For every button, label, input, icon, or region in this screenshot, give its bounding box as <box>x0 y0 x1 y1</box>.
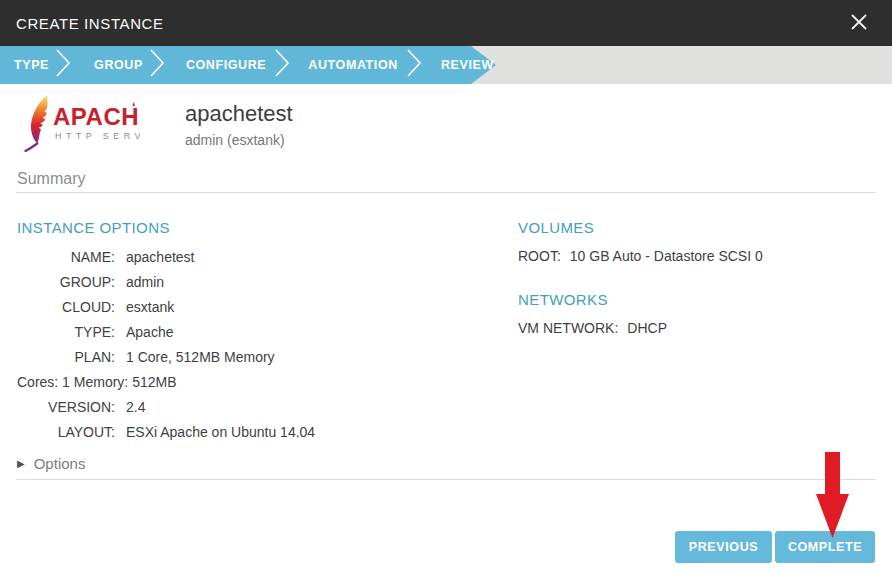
row-label: PLAN: <box>17 349 115 365</box>
row-label: VM NETWORK: <box>518 320 618 336</box>
row-label: TYPE: <box>17 324 115 340</box>
row-value: 1 Core, 512MB Memory <box>126 349 275 365</box>
row-type: TYPE: Apache <box>17 324 497 349</box>
row-plan: PLAN: 1 Core, 512MB Memory <box>17 349 497 374</box>
logo-wordmark: APACHE <box>53 103 140 130</box>
logo-subtext: HTTP SERVER <box>55 131 140 141</box>
options-label: Options <box>34 455 86 472</box>
options-toggle[interactable]: ▶ Options <box>17 455 85 472</box>
instance-name-title: apachetest <box>185 101 293 127</box>
volumes-heading: VOLUMES <box>518 219 878 236</box>
step-automation[interactable]: AUTOMATION <box>308 58 398 72</box>
row-value: DHCP <box>627 320 667 336</box>
row-root-volume: ROOT: 10 GB Auto - Datastore SCSI 0 <box>518 248 878 264</box>
instance-subtitle: admin (esxtank) <box>185 132 293 148</box>
feather-icon <box>26 95 48 151</box>
row-value: 10 GB Auto - Datastore SCSI 0 <box>570 248 763 264</box>
row-label: LAYOUT: <box>17 424 115 440</box>
row-value: 2.4 <box>126 399 145 415</box>
row-label: VERSION: <box>17 399 115 415</box>
row-value: Apache <box>126 324 173 340</box>
footer-divider <box>16 479 876 480</box>
footer-buttons: PREVIOUS COMPLETE <box>675 531 875 563</box>
close-icon <box>850 13 868 34</box>
row-vm-network: VM NETWORK: DHCP <box>518 320 878 336</box>
create-instance-modal: CREATE INSTANCE TYPE GROUP CONFIGURE AUT… <box>0 0 892 575</box>
row-layout: LAYOUT: ESXi Apache on Ubuntu 14.04 <box>17 424 497 449</box>
step-group[interactable]: GROUP <box>94 58 143 72</box>
chevron-right-icon <box>55 48 71 82</box>
plan-detail-note: Cores: 1 Memory: 512MB <box>17 374 497 399</box>
modal-title: CREATE INSTANCE <box>16 15 164 32</box>
row-version: VERSION: 2.4 <box>17 399 497 424</box>
instance-options-heading: INSTANCE OPTIONS <box>17 219 497 236</box>
volumes-networks-section: VOLUMES ROOT: 10 GB Auto - Datastore SCS… <box>518 219 878 336</box>
wizard-stepper: TYPE GROUP CONFIGURE AUTOMATION REVIEW <box>0 46 892 84</box>
row-label: GROUP: <box>17 274 115 290</box>
networks-heading: NETWORKS <box>518 291 878 308</box>
summary-divider <box>16 192 876 193</box>
row-label: CLOUD: <box>17 299 115 315</box>
row-cloud: CLOUD: esxtank <box>17 299 497 324</box>
row-value: esxtank <box>126 299 174 315</box>
complete-button[interactable]: COMPLETE <box>775 531 875 563</box>
previous-button[interactable]: PREVIOUS <box>675 531 772 563</box>
close-button[interactable] <box>836 0 882 46</box>
chevron-right-icon <box>406 48 422 82</box>
row-value: admin <box>126 274 164 290</box>
logo-trademark: ʻ <box>132 99 136 114</box>
row-label: ROOT: <box>518 248 561 264</box>
chevron-right-icon <box>149 48 165 82</box>
row-group: GROUP: admin <box>17 274 497 299</box>
apache-http-server-logo: APACHE ʻ HTTP SERVER <box>16 94 140 156</box>
row-label: NAME: <box>17 249 115 265</box>
step-review[interactable]: REVIEW <box>441 58 494 72</box>
caret-right-icon: ▶ <box>17 459 25 469</box>
modal-header: CREATE INSTANCE <box>0 0 892 46</box>
row-name: NAME: apachetest <box>17 249 497 274</box>
row-value: apachetest <box>126 249 195 265</box>
chevron-right-icon <box>274 48 290 82</box>
summary-heading: Summary <box>17 170 85 188</box>
step-configure[interactable]: CONFIGURE <box>186 58 266 72</box>
instance-options-section: INSTANCE OPTIONS NAME: apachetest GROUP:… <box>17 219 497 449</box>
step-type[interactable]: TYPE <box>14 58 49 72</box>
row-value: ESXi Apache on Ubuntu 14.04 <box>126 424 315 440</box>
